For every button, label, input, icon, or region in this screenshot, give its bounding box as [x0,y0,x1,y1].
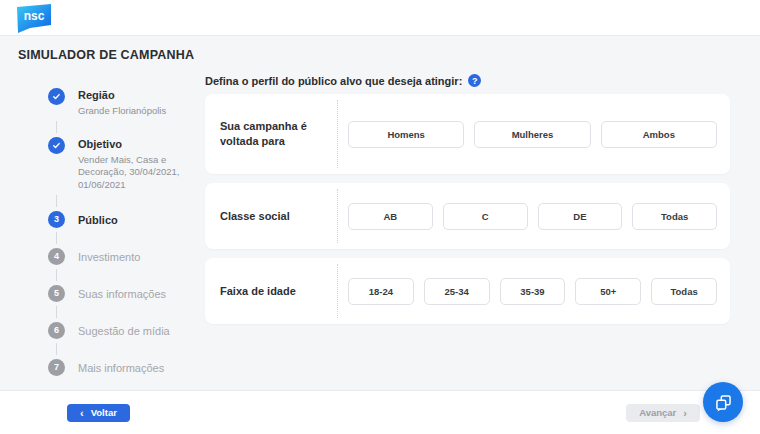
audience-heading: Defina o perfil do público alvo que dese… [205,74,730,87]
step-label: Mais informações [78,360,164,376]
logo-text: nsc [24,9,45,23]
question-label: Classe social [205,183,337,249]
step-connector [56,343,57,355]
step-connector [56,121,57,133]
footer-bar: ‹ Voltar Avançar › [0,390,760,434]
stepper-step-regiao[interactable]: Região Grande Florianópolis [48,88,205,117]
next-button[interactable]: Avançar › [626,404,700,422]
check-icon [48,88,65,105]
question-card-gender: Sua campanha é voltada para Homens Mulhe… [205,94,730,174]
step-label: Investimento [78,249,140,265]
step-label: Público [78,212,118,228]
step-connector [56,306,57,318]
chevron-left-icon: ‹ [80,409,84,417]
chat-bubbles-icon [713,392,734,413]
chevron-right-icon: › [683,409,687,417]
step-label: Suas informações [78,286,166,302]
step-label: Sugestão de mídia [78,323,170,339]
option-50-plus[interactable]: 50+ [575,278,641,305]
option-group-social-class: AB C DE Todas [338,183,730,249]
stepper-step-sugestao-de-midia[interactable]: 6 Sugestão de mídia [48,322,205,339]
option-25-34[interactable]: 25-34 [424,278,490,305]
help-icon[interactable]: ? [468,74,481,87]
option-homens[interactable]: Homens [348,121,464,148]
step-number-badge: 3 [48,211,65,228]
option-group-age-range: 18-24 25-34 35-39 50+ Todas [338,258,730,324]
campaign-simulator-app: nsc SIMULADOR DE CAMPANHA Região Grande … [0,0,760,434]
stepper-step-objetivo[interactable]: Objetivo Vender Mais, Casa e Decoração, … [48,137,205,191]
step-connector [56,269,57,281]
step-sublabel: Grande Florianópolis [78,105,166,117]
heading-text: Defina o perfil do público alvo que dese… [205,75,462,87]
step-sublabel: Vender Mais, Casa e Decoração, 30/04/202… [78,154,205,191]
question-card-age-range: Faixa de idade 18-24 25-34 35-39 50+ Tod… [205,258,730,324]
option-c[interactable]: C [443,203,528,230]
stepper-step-publico[interactable]: 3 Público [48,211,205,228]
option-18-24[interactable]: 18-24 [348,278,414,305]
step-number-badge: 5 [48,285,65,302]
next-button-label: Avançar [639,409,676,417]
question-label: Sua campanha é voltada para [205,94,337,174]
option-mulheres[interactable]: Mulheres [474,121,590,148]
step-number-badge: 7 [48,359,65,376]
step-number-badge: 4 [48,248,65,265]
page-title: SIMULADOR DE CAMPANHA [18,48,730,62]
option-ab[interactable]: AB [348,203,433,230]
question-card-social-class: Classe social AB C DE Todas [205,183,730,249]
check-icon [48,137,65,154]
option-group-gender: Homens Mulheres Ambos [338,94,730,174]
option-35-39[interactable]: 35-39 [500,278,566,305]
step-number-badge: 6 [48,322,65,339]
chat-fab-button[interactable] [703,382,743,422]
content-area: SIMULADOR DE CAMPANHA Região Grande Flor… [0,36,760,390]
question-label: Faixa de idade [205,258,337,324]
option-ambos[interactable]: Ambos [601,121,717,148]
step-connector [56,195,57,207]
step-connector [56,232,57,244]
top-bar: nsc [0,0,760,36]
step-label: Objetivo [78,138,205,152]
main-panel: Defina o perfil do público alvo que dese… [205,74,730,376]
back-button[interactable]: ‹ Voltar [67,404,130,422]
nsc-logo-icon[interactable]: nsc [16,2,52,33]
option-todas-idade[interactable]: Todas [651,278,717,305]
stepper: Região Grande Florianópolis Objetivo Ven… [18,74,205,376]
back-button-label: Voltar [91,409,117,417]
stepper-step-suas-informacoes[interactable]: 5 Suas informações [48,285,205,302]
option-de[interactable]: DE [538,203,623,230]
stepper-step-investimento[interactable]: 4 Investimento [48,248,205,265]
step-label: Região [78,89,166,103]
option-todas-classe[interactable]: Todas [632,203,717,230]
stepper-step-mais-informacoes[interactable]: 7 Mais informações [48,359,205,376]
